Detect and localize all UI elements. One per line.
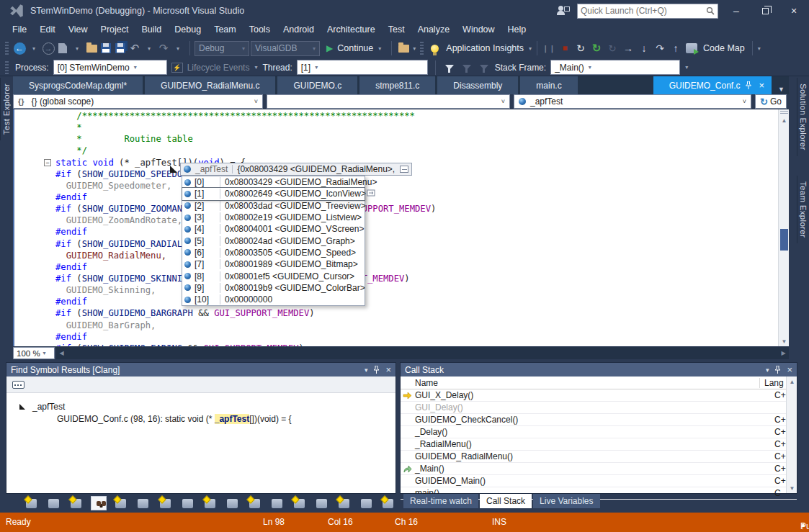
add-item-icon[interactable] — [55, 41, 70, 55]
menu-architecture[interactable]: Architecture — [321, 22, 382, 37]
menu-file[interactable]: File — [6, 22, 33, 37]
redo-icon[interactable]: ↷ — [156, 41, 171, 55]
export-icon[interactable] — [202, 496, 218, 510]
pin-to-source-icon[interactable] — [400, 166, 408, 173]
menu-analyze[interactable]: Analyze — [411, 22, 456, 37]
step-out-icon[interactable]: ↑ — [669, 41, 683, 55]
stack-frame-row[interactable]: _Delay()C++ — [401, 426, 797, 438]
close-button[interactable]: × — [783, 3, 805, 19]
close-icon[interactable]: × — [757, 81, 766, 90]
panel-title-bar[interactable]: Call Stack ▾ × — [401, 363, 797, 377]
variable-row[interactable]: [3]0x08002e19 <GUIDEMO_Listview> — [182, 212, 365, 223]
menu-edit[interactable]: Edit — [33, 22, 62, 37]
sidebar-tab-solution-explorer[interactable]: Solution Explorer — [797, 78, 809, 156]
quick-launch-input[interactable] — [581, 6, 706, 16]
variable-row[interactable]: [4]0x08004001 <GUIDEMO_VScreen> — [182, 223, 365, 235]
menu-window[interactable]: Window — [456, 22, 501, 37]
sidebar-tab-team-explorer[interactable]: Team Explorer — [797, 176, 809, 243]
menu-android[interactable]: Android — [277, 22, 321, 37]
types-dropdown[interactable]: ˅ — [267, 94, 510, 109]
close-icon[interactable]: × — [385, 364, 391, 375]
nav-back-menu-icon[interactable]: ▾ — [27, 41, 41, 55]
variable-row[interactable]: [0]0x08003429 <GUIDEMO_RadialMenu> — [182, 176, 365, 188]
result-item-row[interactable]: GUIDEMO_Conf.c (98, 16): static void (* … — [6, 412, 395, 425]
lightbulb-icon[interactable] — [427, 41, 442, 55]
run-to-cursor-icon[interactable]: → — [621, 41, 635, 55]
datatip-header[interactable]: _apfTest {0x08003429 <GUIDEMO_RadialMenu… — [180, 163, 412, 176]
splitter-handle[interactable] — [780, 111, 788, 114]
add-watch-icon[interactable] — [24, 496, 40, 510]
add-item-menu-icon[interactable]: ▾ — [70, 41, 84, 55]
editor-vertical-scrollbar[interactable]: ▲ ▼ — [778, 109, 789, 346]
stack-frame-dropdown[interactable]: _Main()▾ — [550, 60, 680, 75]
tab-main-c[interactable]: main.c — [520, 76, 577, 94]
members-dropdown[interactable]: _apfTest˅ — [514, 94, 751, 109]
find-in-files-icon[interactable] — [396, 41, 411, 55]
scroll-up-icon[interactable]: ▲ — [787, 377, 797, 387]
toolbar-grip[interactable] — [5, 61, 9, 74]
stack-frame-row[interactable]: _RadialMenu()C++ — [401, 438, 797, 451]
find-in-files-icon[interactable] — [291, 496, 307, 510]
variable-row[interactable]: [2]0x08003dad <GUIDEMO_Treeview> — [182, 200, 365, 212]
code-map-icon[interactable] — [684, 41, 699, 55]
refresh-icon[interactable]: ↻ — [589, 41, 604, 55]
code-blocks-icon[interactable] — [246, 496, 262, 510]
stack-frame-row[interactable]: GUI_X_Delay()C++ — [401, 389, 797, 402]
pin-icon[interactable] — [373, 366, 380, 374]
menu-project[interactable]: Project — [94, 22, 135, 37]
find-all-icon[interactable] — [91, 496, 107, 510]
stop-icon[interactable]: ■ — [558, 41, 572, 55]
sidebar-tab-test-explorer[interactable]: Test Explorer — [0, 78, 12, 140]
menu-debug[interactable]: Debug — [168, 22, 207, 37]
open-file-icon[interactable] — [84, 41, 99, 55]
expander-icon[interactable] — [19, 404, 25, 410]
create-watch-icon[interactable] — [113, 496, 129, 510]
restart-icon[interactable]: ↻ — [573, 41, 588, 55]
tab-guidemo-c[interactable]: GUIDEMO.c — [277, 76, 357, 94]
stack-frame-row[interactable]: GUIDEMO_CheckCancel()C++ — [401, 414, 797, 426]
callstack-scrollbar[interactable]: ▲ ▼ — [786, 377, 797, 493]
collapse-triangle-icon[interactable] — [170, 166, 177, 173]
pause-icon[interactable]: ❘❘ — [542, 41, 556, 55]
variable-row[interactable]: [10]0x00000000 — [182, 294, 365, 305]
tab-overflow-icon[interactable]: ▼ — [774, 81, 789, 94]
menu-view[interactable]: View — [62, 22, 94, 37]
zoom-level-dropdown[interactable]: 100 %▾ — [13, 347, 55, 359]
solution-config-dropdown[interactable]: Debug▾ — [195, 41, 249, 56]
cancel-icon[interactable]: ↻ — [605, 41, 620, 55]
solution-platform-dropdown[interactable]: VisualGDB▾ — [251, 41, 320, 56]
go-button[interactable]: ↻Go — [755, 94, 787, 109]
scroll-up-icon[interactable]: ▲ — [779, 115, 789, 125]
object-view-icon[interactable] — [313, 496, 329, 510]
tab-disassembly[interactable]: Disassembly — [437, 76, 518, 94]
stack-frame-row[interactable]: GUIDEMO_Main()C++ — [401, 475, 797, 487]
scope-dropdown[interactable]: {}{} (global scope)˅ — [13, 94, 263, 109]
menu-build[interactable]: Build — [135, 22, 168, 37]
step-into-icon[interactable]: ↓ — [637, 41, 651, 55]
continue-button[interactable]: ▶Continue▾ — [321, 42, 387, 55]
stack-frame-row[interactable]: _Main()C++ — [401, 463, 797, 475]
thread-dropdown[interactable]: [1]▾ — [297, 60, 428, 75]
overflow-icon[interactable]: ▾ — [684, 64, 689, 71]
tab-guidemo-radialmenu-c[interactable]: GUIDEMO_RadialMenu.c — [145, 76, 275, 94]
scroll-right-icon[interactable]: ▶ — [778, 347, 789, 359]
variable-row[interactable]: [7]0x08001989 <GUIDEMO_Bitmap> — [182, 258, 365, 270]
editor-horizontal-scrollbar[interactable]: ◀ ▶ — [56, 347, 789, 359]
scrollbar-thumb[interactable] — [780, 229, 788, 251]
quick-launch-box[interactable] — [577, 4, 718, 19]
column-name[interactable]: Name — [414, 378, 759, 388]
tab-stmpe811-c[interactable]: stmpe811.c — [359, 76, 435, 94]
menu-tools[interactable]: Tools — [243, 22, 277, 37]
window-position-icon[interactable]: ▾ — [365, 366, 368, 374]
menu-test[interactable]: Test — [382, 22, 411, 37]
symbol-view-icon[interactable] — [269, 496, 285, 510]
process-dropdown[interactable]: [0] STemWinDemo▾ — [53, 60, 167, 75]
stack-frame-row[interactable]: GUIDEMO_RadialMenu()C++ — [401, 451, 797, 463]
visualizer-icon[interactable] — [367, 189, 376, 199]
feedback-icon[interactable] — [557, 5, 570, 17]
variable-row[interactable]: [1]0x08002649 <GUIDEMO_IconView> — [182, 188, 365, 199]
panel-title-bar[interactable]: Find Symbol Results [Clang] ▾ × — [6, 363, 395, 377]
code-editor[interactable]: /***************************************… — [13, 109, 789, 346]
step-over-icon[interactable]: ↷ — [653, 41, 667, 55]
tab-guidemo-conf-c[interactable]: GUIDEMO_Conf.c× — [653, 76, 772, 94]
